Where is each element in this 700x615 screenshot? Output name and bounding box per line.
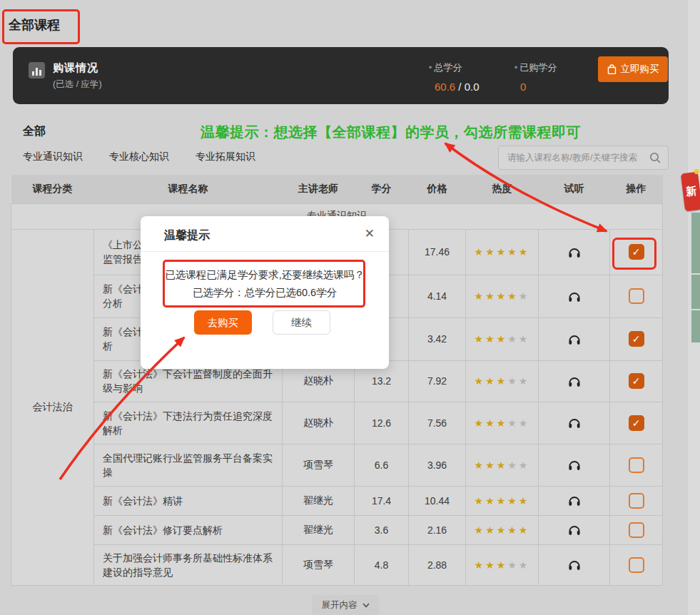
table-row: 全国代理记账行业监管服务平台备案实操 项雪琴 6.6 3.96 ★★★★★ ✓: [11, 444, 663, 486]
course-credit: 4.8: [355, 544, 409, 585]
all-section-label: 全部: [23, 124, 46, 139]
course-price: 17.46: [409, 229, 466, 275]
course-name: 新《会计法》下违法行为责任追究深度解析: [94, 402, 283, 444]
rating-stars: ★★★★★: [475, 375, 530, 387]
modal-message-line1: 已选课程已满足学分要求,还要继续选课吗？: [141, 266, 389, 284]
purchase-bar-subtitle: (已选 / 应学): [53, 78, 102, 91]
table-row: 新《会计法》下违法行为责任追究深度解析 赵晓朴 12.6 7.56 ★★★★★ …: [11, 402, 663, 444]
search-input[interactable]: [499, 153, 649, 163]
search-box: [498, 146, 669, 170]
col-header-category: 课程分类: [11, 175, 94, 203]
new-ribbon-badge[interactable]: 新: [681, 172, 700, 212]
course-price: 2.88: [409, 544, 466, 585]
rating-stars: ★★★★★: [475, 495, 530, 507]
course-price: 7.92: [409, 360, 466, 402]
course-checkbox[interactable]: ✓: [629, 457, 644, 473]
buy-now-button[interactable]: 立即购买: [598, 56, 668, 82]
course-name: 新《会计法》修订要点解析: [94, 515, 283, 544]
modal-divider: [141, 251, 389, 252]
modal-message-line2: 已选学分：总学分已选60.6学分: [141, 284, 389, 302]
shopping-bag-icon: [607, 64, 617, 74]
table-row: 新《会计法》精讲 翟继光 17.4 10.44 ★★★★★ ✓: [11, 486, 663, 515]
purchase-bar-title: 购课情况: [53, 61, 102, 75]
purchased-credits-value: 0: [520, 81, 526, 93]
total-credits-stat: 总学分 60.6 / 0.0: [429, 61, 480, 93]
headphone-icon[interactable]: [567, 416, 582, 430]
course-name: 关于加强会计师事务所基础性标准体系建设的指导意见: [94, 544, 283, 585]
headphone-icon[interactable]: [567, 494, 582, 507]
course-price: 3.96: [409, 444, 466, 486]
side-menu-block[interactable]: [691, 310, 700, 342]
rating-stars: ★★★★★: [475, 417, 530, 429]
course-teacher: 翟继光: [283, 515, 355, 544]
col-header-teacher: 主讲老师: [283, 175, 355, 203]
total-credits-suffix: / 0.0: [455, 81, 479, 93]
headphone-icon[interactable]: [567, 245, 582, 259]
course-checkbox[interactable]: ✓: [629, 373, 644, 389]
side-menu-block[interactable]: [691, 213, 700, 273]
category-cell: 会计法治: [11, 229, 94, 585]
rating-stars: ★★★★★: [475, 290, 530, 302]
course-teacher: 项雪琴: [283, 444, 355, 486]
headphone-icon[interactable]: [567, 332, 582, 346]
table-header-row: 课程分类 课程名称 主讲老师 学分 价格 热度 试听 操作: [11, 175, 663, 203]
modal-title: 温馨提示: [164, 228, 210, 243]
course-price: 4.14: [409, 275, 466, 317]
rating-stars: ★★★★★: [475, 559, 530, 571]
purchase-status-bar: 购课情况 (已选 / 应学) 总学分 60.6 / 0.0 已购学分 0 立即购…: [13, 47, 669, 104]
course-name: 新《会计法》精讲: [94, 486, 283, 515]
course-price: 3.42: [409, 317, 466, 360]
expand-content-button[interactable]: 展开内容: [312, 595, 379, 615]
continue-button[interactable]: 继续: [273, 310, 330, 335]
course-checkbox[interactable]: ✓: [629, 522, 644, 538]
reminder-modal: 温馨提示 ✕ 已选课程已满足学分要求,还要继续选课吗？ 已选学分：总学分已选60…: [141, 216, 389, 369]
course-credit: 6.6: [355, 444, 409, 486]
chevron-down-icon: [362, 603, 370, 608]
side-menu-block[interactable]: [691, 275, 700, 309]
col-header-action: 操作: [610, 175, 663, 203]
col-header-credit: 学分: [355, 175, 409, 203]
course-credit: 17.4: [355, 486, 409, 515]
rating-stars: ★★★★★: [475, 246, 530, 258]
page-title: 全部课程: [9, 16, 60, 34]
table-row: 关于加强会计师事务所基础性标准体系建设的指导意见 项雪琴 4.8 2.88 ★★…: [11, 544, 663, 585]
course-checkbox[interactable]: ✓: [629, 415, 644, 431]
course-checkbox[interactable]: ✓: [629, 557, 644, 573]
course-price: 10.44: [409, 486, 466, 515]
tip-text: 温馨提示：想选择【全部课程】的学员，勾选所需课程即可: [201, 123, 581, 142]
headphone-icon[interactable]: [567, 290, 582, 303]
purchased-credits-stat: 已购学分 0: [514, 61, 557, 93]
rating-stars: ★★★★★: [475, 333, 530, 345]
rating-stars: ★★★★★: [475, 459, 530, 471]
bar-chart-icon: [29, 62, 45, 78]
course-name: 全国代理记账行业监管服务平台备案实操: [94, 444, 283, 486]
col-header-trial: 试听: [539, 175, 610, 203]
total-credits-value: 60.6: [435, 81, 455, 93]
course-credit: 3.6: [355, 515, 409, 544]
close-icon[interactable]: ✕: [365, 226, 375, 241]
modal-message: 已选课程已满足学分要求,还要继续选课吗？ 已选学分：总学分已选60.6学分: [141, 266, 389, 302]
tab-general-knowledge[interactable]: 专业通识知识: [23, 151, 83, 163]
course-checkbox[interactable]: ✓: [629, 244, 644, 260]
course-checkbox[interactable]: ✓: [629, 331, 644, 347]
course-checkbox[interactable]: ✓: [629, 493, 644, 509]
go-purchase-button[interactable]: 去购买: [194, 310, 252, 335]
col-header-popularity: 热度: [466, 175, 539, 203]
headphone-icon[interactable]: [567, 558, 582, 571]
course-teacher: 翟继光: [283, 486, 355, 515]
col-header-price: 价格: [409, 175, 466, 203]
col-header-name: 课程名称: [94, 175, 283, 203]
course-price: 7.56: [409, 402, 466, 444]
tab-core-knowledge[interactable]: 专业核心知识: [109, 151, 169, 163]
search-icon[interactable]: [649, 151, 661, 164]
course-credit: 12.6: [355, 402, 409, 444]
course-teacher: 赵晓朴: [283, 402, 355, 444]
headphone-icon[interactable]: [567, 375, 582, 388]
headphone-icon[interactable]: [567, 458, 582, 472]
category-tabs: 专业通识知识 专业核心知识 专业拓展知识: [23, 151, 255, 163]
course-checkbox[interactable]: ✓: [629, 288, 644, 304]
rating-stars: ★★★★★: [475, 524, 530, 536]
headphone-icon[interactable]: [567, 523, 582, 537]
course-price: 2.16: [409, 515, 466, 544]
tab-extended-knowledge[interactable]: 专业拓展知识: [196, 151, 255, 163]
